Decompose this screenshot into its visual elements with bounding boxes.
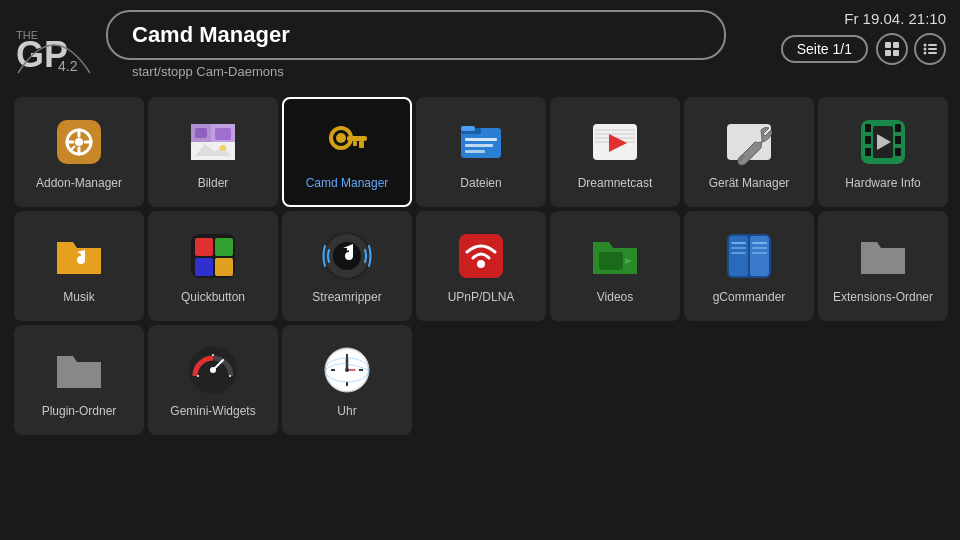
gerat-manager-label: Gerät Manager — [709, 176, 790, 190]
upnp-dlna-icon — [453, 228, 509, 284]
dateien-label: Dateien — [460, 176, 501, 190]
svg-point-88 — [345, 368, 349, 372]
gemini-widgets-icon — [185, 342, 241, 398]
svg-rect-53 — [195, 238, 213, 256]
uhr-icon — [319, 342, 375, 398]
grid-item-streamripper[interactable]: Streamripper — [282, 211, 412, 321]
svg-rect-3 — [885, 42, 891, 48]
grid-item-gcommander[interactable]: gCommander — [684, 211, 814, 321]
grid-item-uhr[interactable]: Uhr — [282, 325, 412, 435]
svg-rect-62 — [599, 252, 623, 270]
addon-manager-label: Addon-Manager — [36, 176, 122, 190]
grid-row-2: Musik Quickbutton — [14, 211, 946, 321]
grid-item-camd-manager[interactable]: Camd Manager — [282, 97, 412, 207]
svg-rect-10 — [928, 48, 937, 50]
svg-rect-60 — [459, 234, 503, 278]
svg-point-7 — [924, 44, 927, 47]
grid-item-quickbutton[interactable]: Quickbutton — [148, 211, 278, 321]
videos-label: Videos — [597, 290, 633, 304]
quickbutton-icon — [185, 228, 241, 284]
grid-item-bilder[interactable]: Bilder — [148, 97, 278, 207]
musik-label: Musik — [63, 290, 94, 304]
view-toggle — [876, 33, 946, 65]
grid-item-gerat-manager[interactable]: Gerät Manager — [684, 97, 814, 207]
streamripper-label: Streamripper — [312, 290, 381, 304]
svg-rect-71 — [752, 242, 767, 244]
extensions-ordner-label: Extensions-Ordner — [833, 290, 933, 304]
plugin-ordner-icon — [51, 342, 107, 398]
svg-rect-20 — [195, 128, 207, 138]
grid-row-3: Plugin-Ordner Gemini-Widg — [14, 325, 946, 435]
app-title: Camd Manager — [106, 10, 726, 60]
svg-rect-6 — [893, 50, 899, 56]
page-indicator: Seite 1/1 — [781, 35, 868, 63]
header: THE GP 4.2 Camd Manager start/stopp Cam-… — [0, 0, 960, 93]
videos-icon — [587, 228, 643, 284]
svg-rect-8 — [928, 44, 937, 46]
grid-item-musik[interactable]: Musik — [14, 211, 144, 321]
camd-manager-label: Camd Manager — [306, 176, 389, 190]
dreamnetcast-icon — [587, 114, 643, 170]
grid-item-hardware-info[interactable]: Hardware Info — [818, 97, 948, 207]
list-view-button[interactable] — [914, 33, 946, 65]
uhr-label: Uhr — [337, 404, 356, 418]
grid-item-dateien[interactable]: Dateien — [416, 97, 546, 207]
gerat-manager-icon — [721, 114, 777, 170]
svg-rect-69 — [731, 247, 746, 249]
svg-rect-32 — [465, 144, 493, 147]
svg-rect-45 — [865, 136, 871, 144]
gcommander-icon — [721, 228, 777, 284]
svg-point-15 — [75, 138, 83, 146]
svg-rect-12 — [928, 52, 937, 54]
addon-manager-icon — [51, 114, 107, 170]
svg-rect-27 — [359, 141, 364, 148]
grid-item-gemini-widgets[interactable]: Gemini-Widgets — [148, 325, 278, 435]
svg-rect-34 — [461, 126, 475, 131]
svg-rect-28 — [353, 141, 357, 146]
header-right: Fr 19.04. 21:10 Seite 1/1 — [781, 10, 946, 65]
grid-item-upnp-dlna[interactable]: UPnP/DLNA — [416, 211, 546, 321]
bilder-label: Bilder — [198, 176, 229, 190]
svg-rect-70 — [731, 252, 746, 254]
svg-rect-31 — [465, 138, 497, 141]
camd-manager-icon — [319, 114, 375, 170]
svg-rect-46 — [865, 148, 871, 156]
svg-rect-68 — [731, 242, 746, 244]
svg-rect-54 — [215, 238, 233, 256]
dreamnetcast-label: Dreamnetcast — [578, 176, 653, 190]
hardware-info-icon — [855, 114, 911, 170]
gemini-widgets-label: Gemini-Widgets — [170, 404, 255, 418]
svg-rect-56 — [215, 258, 233, 276]
upnp-dlna-label: UPnP/DLNA — [448, 290, 515, 304]
grid-item-extensions-ordner[interactable]: Extensions-Ordner — [818, 211, 948, 321]
grid-item-addon-manager[interactable]: Addon-Manager — [14, 97, 144, 207]
svg-point-23 — [220, 145, 226, 151]
bilder-icon — [185, 114, 241, 170]
svg-point-61 — [477, 260, 485, 268]
hardware-info-label: Hardware Info — [845, 176, 920, 190]
grid-item-plugin-ordner[interactable]: Plugin-Ordner — [14, 325, 144, 435]
svg-text:4.2: 4.2 — [58, 58, 78, 74]
svg-rect-44 — [865, 124, 871, 132]
svg-point-76 — [210, 367, 216, 373]
svg-rect-21 — [215, 128, 231, 140]
extensions-ordner-icon — [855, 228, 911, 284]
svg-rect-33 — [465, 150, 485, 153]
musik-icon — [51, 228, 107, 284]
grid-view-button[interactable] — [876, 33, 908, 65]
svg-rect-5 — [885, 50, 891, 56]
gcommander-label: gCommander — [713, 290, 786, 304]
grid-item-videos[interactable]: Videos — [550, 211, 680, 321]
quickbutton-label: Quickbutton — [181, 290, 245, 304]
svg-rect-49 — [895, 148, 901, 156]
svg-rect-4 — [893, 42, 899, 48]
svg-point-11 — [924, 52, 927, 55]
grid-row-1: Addon-Manager Bilder — [14, 97, 946, 207]
grid-item-dreamnetcast[interactable]: Dreamnetcast — [550, 97, 680, 207]
streamripper-icon — [319, 228, 375, 284]
svg-rect-47 — [895, 124, 901, 132]
plugin-ordner-label: Plugin-Ordner — [42, 404, 117, 418]
app-grid: Addon-Manager Bilder — [0, 93, 960, 439]
svg-rect-72 — [752, 247, 767, 249]
dateien-icon — [453, 114, 509, 170]
